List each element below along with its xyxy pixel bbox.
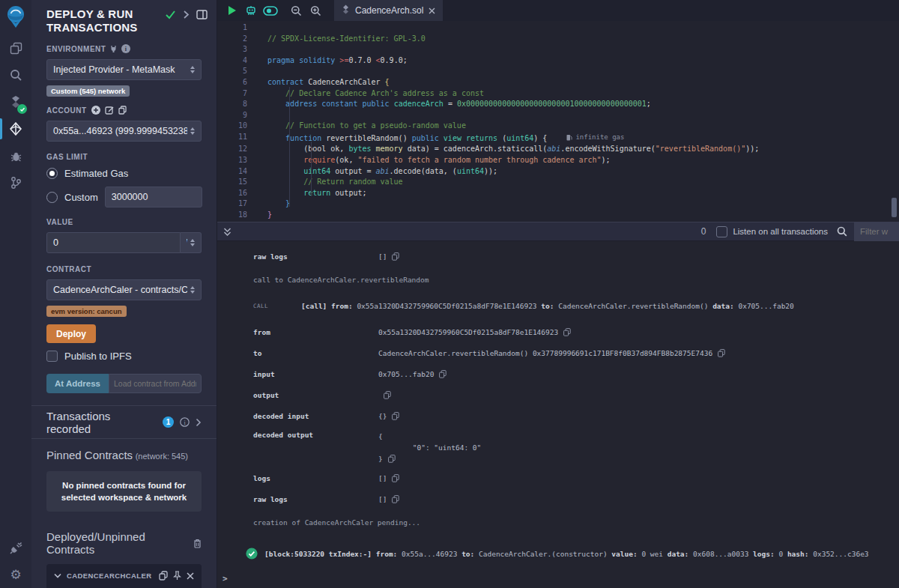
pin-icon[interactable]: [173, 571, 181, 581]
transactions-recorded-label: Transactions recorded: [46, 410, 157, 435]
at-address-button[interactable]: At Address: [46, 374, 109, 393]
code-line[interactable]: 11 function revertibleRandom() public vi…: [217, 132, 899, 144]
gas-limit-label: GAS LIMIT: [46, 153, 202, 161]
copy-icon[interactable]: [392, 412, 399, 420]
line-number: 8: [217, 99, 247, 110]
close-tab-icon[interactable]: [429, 7, 435, 14]
panel-title: DEPLOY & RUN TRANSACTIONS: [46, 7, 165, 34]
terminal-kv-row: input0x705...fab20: [217, 363, 899, 384]
line-number: 9: [217, 110, 247, 121]
code-line[interactable]: 14 uint64 output = abi.decode(data, (uin…: [217, 166, 899, 178]
code-line[interactable]: 17 }: [217, 198, 899, 210]
pinned-empty-message: No pinned contracts found for selected w…: [46, 471, 202, 512]
terminal-kv-row: output: [217, 384, 899, 405]
value-input[interactable]: [46, 232, 181, 253]
terminal-block-row[interactable]: [block:5033220 txIndex:-] from: 0x55a...…: [217, 542, 899, 566]
copy-icon[interactable]: [392, 495, 399, 503]
code-line[interactable]: 15 // Return random value: [217, 177, 899, 188]
copy-account-icon[interactable]: [118, 106, 127, 115]
ai-assistant-icon[interactable]: [241, 0, 261, 21]
transactions-expand-icon[interactable]: [196, 418, 202, 427]
environment-info-icon[interactable]: i: [121, 44, 130, 53]
custom-gas-input[interactable]: [105, 187, 202, 207]
pinned-contracts-title: Pinned Contracts: [46, 449, 133, 461]
publish-ipfs-checkbox[interactable]: [46, 351, 58, 362]
compile-success-badge: [17, 104, 27, 114]
copy-icon[interactable]: [563, 328, 571, 336]
code-line[interactable]: 3: [217, 44, 899, 55]
copy-icon[interactable]: [718, 349, 725, 357]
pinned-network-label: (network: 545): [136, 452, 188, 461]
settings-gear-icon[interactable]: ⚙: [0, 561, 31, 588]
copy-icon[interactable]: [388, 455, 396, 463]
terminal-collapse-icon[interactable]: [223, 227, 231, 237]
copy-icon[interactable]: [384, 391, 391, 399]
stepper-icon: [190, 286, 195, 294]
terminal-filter-input[interactable]: [854, 222, 899, 241]
plugin-manager-icon[interactable]: [0, 534, 31, 561]
deploy-button[interactable]: Deploy: [46, 324, 96, 343]
terminal-prompt[interactable]: >: [223, 574, 228, 584]
plug-icon[interactable]: [110, 45, 117, 53]
terminal-search-icon[interactable]: [837, 226, 847, 237]
code-line[interactable]: 16 return output;: [217, 188, 899, 199]
code-line[interactable]: 1: [217, 22, 899, 34]
add-account-icon[interactable]: [91, 106, 100, 115]
zoom-in-icon[interactable]: [306, 0, 325, 21]
terminal-kv-row: decoded input{}: [217, 405, 899, 426]
code-line[interactable]: 7 // Declare Cadence Arch's address as a…: [217, 88, 899, 100]
estimated-gas-radio[interactable]: [46, 168, 58, 179]
code-line[interactable]: 18}: [217, 210, 899, 221]
code-line[interactable]: 4pragma solidity >=0.7.0 <0.9.0;: [217, 55, 899, 67]
code-line[interactable]: 5: [217, 66, 899, 77]
code-line[interactable]: 2// SPDX-License-Identifier: GPL-3.0: [217, 34, 899, 45]
transactions-info-icon[interactable]: i: [180, 417, 190, 427]
code-line[interactable]: 13 require(ok, "failed to fetch a random…: [217, 155, 899, 166]
line-number: 14: [217, 166, 247, 178]
contract-card-title: CADENCEARCHCALER AT 0X: [67, 572, 154, 580]
copy-icon[interactable]: [392, 474, 399, 482]
environment-select[interactable]: Injected Provider - MetaMask: [46, 59, 202, 80]
trash-icon[interactable]: [193, 539, 202, 548]
code-line[interactable]: 6contract CadenceArchCaler {: [217, 77, 899, 88]
line-number: 17: [217, 198, 247, 210]
copy-icon[interactable]: [439, 370, 447, 378]
code-area[interactable]: 12// SPDX-License-Identifier: GPL-3.034p…: [217, 21, 899, 222]
code-line[interactable]: 9: [217, 110, 899, 121]
custom-gas-radio[interactable]: [46, 192, 58, 203]
pin-panel-chevron-icon[interactable]: [183, 10, 190, 19]
remix-logo-icon[interactable]: [0, 0, 31, 34]
account-select[interactable]: 0x55a...46923 (999.9999453238: [46, 121, 202, 142]
editor-scrollbar[interactable]: [892, 198, 897, 217]
value-unit-select[interactable]: Wei: [181, 232, 202, 253]
listen-all-checkbox[interactable]: [716, 226, 727, 237]
collapse-chevron-icon[interactable]: [54, 573, 61, 578]
terminal-call-row: call[call] from: 0x55a1320D432759960C5Df…: [217, 295, 899, 316]
source-control-icon[interactable]: [0, 169, 31, 196]
copy-icon[interactable]: [159, 571, 168, 581]
edit-account-icon[interactable]: [105, 106, 114, 115]
at-address-input[interactable]: [109, 374, 202, 393]
zoom-out-icon[interactable]: [286, 0, 306, 21]
tab-cadencearch-sol[interactable]: CadenceArch.sol: [334, 0, 443, 21]
evm-version-badge: evm version: cancun: [46, 306, 127, 317]
file-explorer-icon[interactable]: [0, 34, 31, 61]
close-icon[interactable]: [187, 572, 194, 580]
debugger-icon[interactable]: [0, 142, 31, 169]
copilot-toggle-icon[interactable]: [261, 0, 280, 21]
code-line[interactable]: 8 address constant public cadenceArch = …: [217, 99, 899, 110]
copy-icon[interactable]: [392, 252, 399, 261]
panel-check-icon: [165, 10, 176, 19]
solidity-compiler-icon[interactable]: [0, 88, 31, 115]
contract-select[interactable]: CadenceArchCaler - contracts/Cac: [46, 279, 202, 300]
code-line[interactable]: 10 // Function to get a pseudo-random va…: [217, 121, 899, 132]
line-number: 2: [217, 34, 247, 45]
deploy-run-icon[interactable]: [0, 115, 31, 142]
indent-guide: [289, 87, 290, 207]
search-icon[interactable]: [0, 61, 31, 88]
run-script-icon[interactable]: [222, 0, 241, 21]
layout-columns-icon[interactable]: [196, 10, 208, 19]
line-number: 7: [217, 88, 247, 100]
line-number: 15: [217, 177, 247, 188]
code-line[interactable]: 12 (bool ok, bytes memory data) = cadenc…: [217, 144, 899, 155]
